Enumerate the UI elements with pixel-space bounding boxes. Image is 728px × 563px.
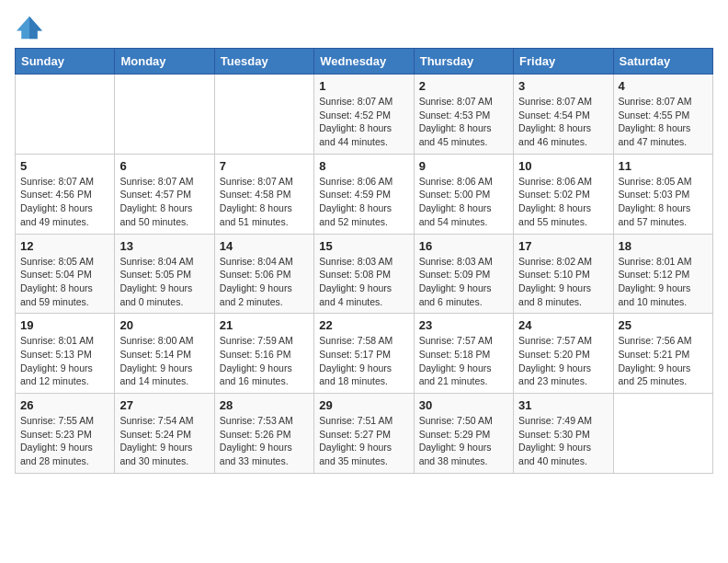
day-number: 3 [518, 79, 608, 93]
calendar-cell: 31Sunrise: 7:49 AM Sunset: 5:30 PM Dayli… [514, 394, 613, 474]
day-number: 11 [619, 159, 708, 173]
day-content: Sunrise: 8:06 AM Sunset: 5:00 PM Dayligh… [419, 175, 508, 229]
calendar-cell: 8Sunrise: 8:06 AM Sunset: 4:59 PM Daylig… [314, 154, 414, 234]
day-content: Sunrise: 8:04 AM Sunset: 5:05 PM Dayligh… [119, 255, 209, 309]
calendar-week-row: 19Sunrise: 8:01 AM Sunset: 5:13 PM Dayli… [16, 314, 713, 394]
day-content: Sunrise: 7:53 AM Sunset: 5:26 PM Dayligh… [220, 414, 309, 468]
day-number: 22 [319, 318, 408, 332]
calendar-week-row: 12Sunrise: 8:05 AM Sunset: 5:04 PM Dayli… [16, 234, 713, 314]
calendar-week-row: 5Sunrise: 8:07 AM Sunset: 4:56 PM Daylig… [16, 154, 713, 234]
calendar-week-row: 26Sunrise: 7:55 AM Sunset: 5:23 PM Dayli… [16, 394, 713, 474]
day-header-saturday: Saturday [613, 49, 712, 75]
calendar-cell: 30Sunrise: 7:50 AM Sunset: 5:29 PM Dayli… [414, 394, 513, 474]
calendar-cell: 15Sunrise: 8:03 AM Sunset: 5:08 PM Dayli… [314, 234, 414, 314]
calendar-cell: 21Sunrise: 7:59 AM Sunset: 5:16 PM Dayli… [214, 314, 313, 394]
day-content: Sunrise: 7:57 AM Sunset: 5:18 PM Dayligh… [419, 334, 508, 388]
day-number: 28 [220, 398, 309, 412]
day-content: Sunrise: 8:06 AM Sunset: 5:02 PM Dayligh… [518, 175, 608, 229]
day-content: Sunrise: 8:03 AM Sunset: 5:08 PM Dayligh… [319, 255, 408, 309]
calendar-cell: 5Sunrise: 8:07 AM Sunset: 4:56 PM Daylig… [16, 154, 115, 234]
svg-marker-1 [29, 17, 42, 40]
day-content: Sunrise: 8:07 AM Sunset: 4:56 PM Dayligh… [20, 175, 109, 229]
day-number: 1 [319, 79, 408, 93]
day-content: Sunrise: 7:49 AM Sunset: 5:30 PM Dayligh… [518, 414, 608, 468]
day-number: 25 [619, 318, 708, 332]
calendar-cell: 3Sunrise: 8:07 AM Sunset: 4:54 PM Daylig… [514, 75, 613, 155]
calendar-header: SundayMondayTuesdayWednesdayThursdayFrid… [16, 49, 713, 75]
day-number: 17 [518, 239, 608, 253]
day-content: Sunrise: 7:58 AM Sunset: 5:17 PM Dayligh… [319, 334, 408, 388]
day-number: 23 [419, 318, 508, 332]
day-number: 14 [220, 239, 309, 253]
day-number: 9 [419, 159, 508, 173]
day-content: Sunrise: 7:56 AM Sunset: 5:21 PM Dayligh… [619, 334, 708, 388]
day-content: Sunrise: 8:07 AM Sunset: 4:55 PM Dayligh… [619, 95, 708, 149]
calendar-table: SundayMondayTuesdayWednesdayThursdayFrid… [15, 48, 713, 474]
day-content: Sunrise: 8:02 AM Sunset: 5:10 PM Dayligh… [518, 255, 608, 309]
calendar-cell: 6Sunrise: 8:07 AM Sunset: 4:57 PM Daylig… [115, 154, 214, 234]
day-content: Sunrise: 8:00 AM Sunset: 5:14 PM Dayligh… [119, 334, 209, 388]
day-content: Sunrise: 8:01 AM Sunset: 5:13 PM Dayligh… [20, 334, 109, 388]
calendar-cell: 10Sunrise: 8:06 AM Sunset: 5:02 PM Dayli… [514, 154, 613, 234]
day-number: 7 [220, 159, 309, 173]
day-content: Sunrise: 7:51 AM Sunset: 5:27 PM Dayligh… [319, 414, 408, 468]
day-content: Sunrise: 8:07 AM Sunset: 4:54 PM Dayligh… [518, 95, 608, 149]
day-header-friday: Friday [514, 49, 613, 75]
calendar-cell [214, 75, 313, 155]
day-content: Sunrise: 8:07 AM Sunset: 4:57 PM Dayligh… [119, 175, 209, 229]
day-number: 26 [20, 398, 109, 412]
day-number: 20 [119, 318, 209, 332]
day-header-thursday: Thursday [414, 49, 513, 75]
calendar-cell: 9Sunrise: 8:06 AM Sunset: 5:00 PM Daylig… [414, 154, 513, 234]
day-number: 31 [518, 398, 608, 412]
day-number: 2 [419, 79, 508, 93]
day-content: Sunrise: 7:50 AM Sunset: 5:29 PM Dayligh… [419, 414, 508, 468]
calendar-cell: 23Sunrise: 7:57 AM Sunset: 5:18 PM Dayli… [414, 314, 513, 394]
day-content: Sunrise: 8:07 AM Sunset: 4:58 PM Dayligh… [220, 175, 309, 229]
day-content: Sunrise: 7:57 AM Sunset: 5:20 PM Dayligh… [518, 334, 608, 388]
calendar-cell: 7Sunrise: 8:07 AM Sunset: 4:58 PM Daylig… [214, 154, 313, 234]
logo-icon [15, 15, 44, 40]
day-number: 13 [119, 239, 209, 253]
day-number: 6 [119, 159, 209, 173]
day-content: Sunrise: 7:59 AM Sunset: 5:16 PM Dayligh… [220, 334, 309, 388]
day-content: Sunrise: 8:01 AM Sunset: 5:12 PM Dayligh… [619, 255, 708, 309]
day-number: 27 [119, 398, 209, 412]
day-number: 12 [20, 239, 109, 253]
calendar-cell: 24Sunrise: 7:57 AM Sunset: 5:20 PM Dayli… [514, 314, 613, 394]
day-number: 30 [419, 398, 508, 412]
calendar-cell: 25Sunrise: 7:56 AM Sunset: 5:21 PM Dayli… [613, 314, 712, 394]
calendar-cell: 2Sunrise: 8:07 AM Sunset: 4:53 PM Daylig… [414, 75, 513, 155]
calendar-cell [16, 75, 115, 155]
day-number: 24 [518, 318, 608, 332]
day-header-tuesday: Tuesday [214, 49, 313, 75]
calendar-cell: 26Sunrise: 7:55 AM Sunset: 5:23 PM Dayli… [16, 394, 115, 474]
day-content: Sunrise: 8:07 AM Sunset: 4:52 PM Dayligh… [319, 95, 408, 149]
calendar-cell: 11Sunrise: 8:05 AM Sunset: 5:03 PM Dayli… [613, 154, 712, 234]
calendar-cell: 12Sunrise: 8:05 AM Sunset: 5:04 PM Dayli… [16, 234, 115, 314]
calendar-cell: 17Sunrise: 8:02 AM Sunset: 5:10 PM Dayli… [514, 234, 613, 314]
day-number: 5 [20, 159, 109, 173]
day-number: 4 [619, 79, 708, 93]
calendar-cell: 1Sunrise: 8:07 AM Sunset: 4:52 PM Daylig… [314, 75, 414, 155]
day-content: Sunrise: 8:05 AM Sunset: 5:03 PM Dayligh… [619, 175, 708, 229]
calendar-cell: 16Sunrise: 8:03 AM Sunset: 5:09 PM Dayli… [414, 234, 513, 314]
day-content: Sunrise: 8:06 AM Sunset: 4:59 PM Dayligh… [319, 175, 408, 229]
calendar-cell [115, 75, 214, 155]
day-content: Sunrise: 8:04 AM Sunset: 5:06 PM Dayligh… [220, 255, 309, 309]
day-number: 21 [220, 318, 309, 332]
calendar-cell: 20Sunrise: 8:00 AM Sunset: 5:14 PM Dayli… [115, 314, 214, 394]
day-number: 8 [319, 159, 408, 173]
calendar-cell: 18Sunrise: 8:01 AM Sunset: 5:12 PM Dayli… [613, 234, 712, 314]
day-header-wednesday: Wednesday [314, 49, 414, 75]
calendar-cell: 22Sunrise: 7:58 AM Sunset: 5:17 PM Dayli… [314, 314, 414, 394]
day-number: 29 [319, 398, 408, 412]
logo [15, 15, 48, 40]
day-content: Sunrise: 7:55 AM Sunset: 5:23 PM Dayligh… [20, 414, 109, 468]
calendar-cell: 14Sunrise: 8:04 AM Sunset: 5:06 PM Dayli… [214, 234, 313, 314]
calendar-cell: 28Sunrise: 7:53 AM Sunset: 5:26 PM Dayli… [214, 394, 313, 474]
calendar-cell: 29Sunrise: 7:51 AM Sunset: 5:27 PM Dayli… [314, 394, 414, 474]
day-content: Sunrise: 8:07 AM Sunset: 4:53 PM Dayligh… [419, 95, 508, 149]
calendar-cell: 4Sunrise: 8:07 AM Sunset: 4:55 PM Daylig… [613, 75, 712, 155]
page-header [15, 15, 713, 40]
